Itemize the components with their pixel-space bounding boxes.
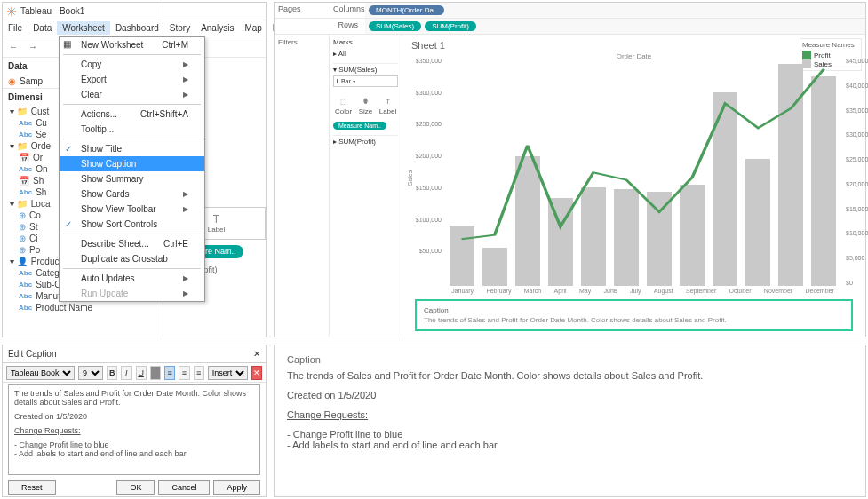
size-icon: ⬮: [356, 95, 375, 107]
pages-shelf-label: Pages: [275, 3, 330, 18]
mark-color[interactable]: ⬚Color: [333, 91, 354, 120]
columns-shelf[interactable]: MONTH(Order Da..: [365, 3, 865, 18]
forward-icon[interactable]: →: [26, 40, 40, 54]
filters-label: Filters: [275, 35, 330, 337]
submenu-arrow-icon: ▶: [183, 60, 188, 68]
y-axis-secondary: $0$5,000$10,000$15,000$20,000$25,000$30,…: [844, 64, 868, 286]
ok-button[interactable]: OK: [116, 480, 155, 495]
bar: [450, 226, 474, 286]
bar: [778, 64, 803, 286]
color-button[interactable]: [150, 366, 161, 380]
clear-format-button[interactable]: ✕: [251, 366, 262, 380]
new-sheet-icon: ▦: [63, 39, 76, 51]
menu-copy[interactable]: Copy▶: [60, 57, 204, 72]
menu-run-update: Run Update▶: [60, 286, 204, 301]
globe-icon: ⊕: [19, 245, 26, 255]
bar: [581, 187, 606, 286]
menu-describe-sheet[interactable]: Describe Sheet...Ctrl+E: [60, 236, 204, 251]
menu-show-sort[interactable]: ✓Show Sort Controls: [60, 217, 204, 232]
menu-actions[interactable]: Actions...Ctrl+Shift+A: [60, 107, 204, 122]
caption-box[interactable]: Caption The trends of Sales and Profit f…: [415, 299, 853, 331]
insert-select[interactable]: Insert: [208, 366, 248, 380]
menu-show-caption[interactable]: Show Caption: [60, 156, 204, 171]
chart-plot: Sales Profit $50,000$100,000$150,000$200…: [445, 64, 840, 286]
change-requests-title: Change Requests:: [287, 409, 853, 420]
format-toolbar: Tableau Book 9 B I U ≡ ≡ ≡ Insert ✕: [3, 363, 266, 383]
mark-label[interactable]: TLabel: [378, 91, 398, 120]
back-icon[interactable]: ←: [6, 40, 20, 54]
menu-dashboard[interactable]: Dashboard: [110, 21, 164, 35]
cancel-button[interactable]: Cancel: [158, 480, 210, 495]
globe-icon: ⊕: [19, 210, 26, 220]
size-select[interactable]: 9: [78, 366, 103, 380]
mark-size[interactable]: ⬮Size: [355, 91, 376, 120]
globe-icon: ⊕: [19, 222, 26, 232]
pill-sum-sales[interactable]: SUM(Sales): [369, 21, 421, 31]
menu-worksheet[interactable]: Worksheet: [57, 21, 110, 35]
change-request-2: - Add labels to start and end of line an…: [287, 440, 853, 450]
date-icon: 📅: [19, 153, 29, 162]
caption-editor[interactable]: The trends of Sales and Profit for Order…: [8, 384, 260, 475]
pill-month[interactable]: MONTH(Order Da..: [369, 5, 444, 15]
caption-line1: The trends of Sales and Profit for Order…: [287, 370, 853, 381]
align-right-button[interactable]: ≡: [194, 366, 204, 380]
submenu-arrow-icon: ▶: [183, 205, 188, 213]
chart-header: Order Date: [410, 52, 858, 60]
checkmark-icon: ✓: [65, 219, 72, 229]
worksheet-dropdown: ▦New WorksheetCtrl+M Copy▶ Export▶ Clear…: [59, 36, 205, 302]
menu-show-view-toolbar[interactable]: Show View Toolbar▶: [60, 202, 204, 217]
bar: [614, 189, 639, 286]
pill-sum-profit[interactable]: SUM(Profit): [425, 21, 476, 31]
caption-line2: Created on 1/5/2020: [287, 390, 853, 400]
database-icon: ◉: [8, 76, 16, 86]
color-icon: ⬚: [334, 95, 353, 107]
menu-clear[interactable]: Clear▶: [60, 87, 204, 102]
menu-show-title[interactable]: ✓Show Title: [60, 141, 204, 156]
bar: [515, 156, 540, 286]
field-productname[interactable]: AbcProduct Name: [3, 302, 163, 313]
menu-export[interactable]: Export▶: [60, 72, 204, 87]
marks-card: Marks ▸ All ▾ SUM(Sales) ⫿ Bar ▾ ⬚Color …: [330, 35, 402, 337]
mark-type-select[interactable]: ⫿ Bar ▾: [333, 75, 398, 87]
pill-measure-names-mark[interactable]: Measure Nam..: [333, 122, 386, 130]
tableau-logo-icon: [6, 6, 17, 17]
submenu-arrow-icon: ▶: [183, 190, 188, 198]
submenu-arrow-icon: ▶: [183, 289, 188, 297]
bar: [680, 185, 705, 286]
menu-auto-updates[interactable]: Auto Updates▶: [60, 271, 204, 286]
menu-show-cards[interactable]: Show Cards▶: [60, 186, 204, 202]
edit-caption-dialog: Edit Caption ✕ Tableau Book 9 B I U ≡ ≡ …: [2, 345, 267, 497]
menu-file[interactable]: File: [3, 21, 28, 35]
dialog-title: Edit Caption: [8, 349, 56, 359]
reset-button[interactable]: Reset: [8, 480, 56, 495]
tableau-app-window: Tableau - Book1 File Data Worksheet Dash…: [2, 2, 267, 337]
italic-button[interactable]: I: [121, 366, 131, 380]
menu-show-summary[interactable]: Show Summary: [60, 171, 204, 186]
bold-button[interactable]: B: [107, 366, 117, 380]
menu-data[interactable]: Data: [28, 21, 57, 35]
font-select[interactable]: Tableau Book: [6, 366, 75, 380]
close-icon[interactable]: ✕: [253, 349, 260, 359]
window-title: Tableau - Book1: [20, 6, 84, 16]
submenu-arrow-icon: ▶: [183, 75, 188, 83]
legend-swatch-profit: [802, 51, 811, 59]
bars-container: [445, 64, 840, 286]
menu-tooltip[interactable]: Tooltip...: [60, 122, 204, 137]
submenu-arrow-icon: ▶: [183, 274, 188, 282]
align-left-button[interactable]: ≡: [164, 366, 175, 380]
checkmark-icon: ✓: [65, 144, 72, 154]
align-center-button[interactable]: ≡: [179, 366, 189, 380]
bar: [647, 192, 672, 286]
menu-new-worksheet[interactable]: ▦New WorksheetCtrl+M: [60, 37, 204, 52]
date-icon: 📅: [19, 176, 29, 186]
underline-button[interactable]: U: [136, 366, 147, 380]
apply-button[interactable]: Apply: [213, 480, 260, 495]
rows-shelf[interactable]: SUM(Sales) SUM(Profit): [365, 19, 865, 34]
worksheet-view: Pages Columns MONTH(Order Da.. Rows SUM(…: [274, 2, 866, 337]
chart-canvas: Measure Names Profit Sales Sheet 1 Order…: [402, 35, 865, 337]
change-request-1: - Change Profit line to blue: [287, 429, 853, 440]
rows-label: Rows: [330, 19, 365, 34]
bar: [482, 248, 507, 286]
menu-duplicate-crosstab[interactable]: Duplicate as Crosstab: [60, 251, 204, 266]
caption-preview-panel: Caption The trends of Sales and Profit f…: [274, 345, 866, 497]
